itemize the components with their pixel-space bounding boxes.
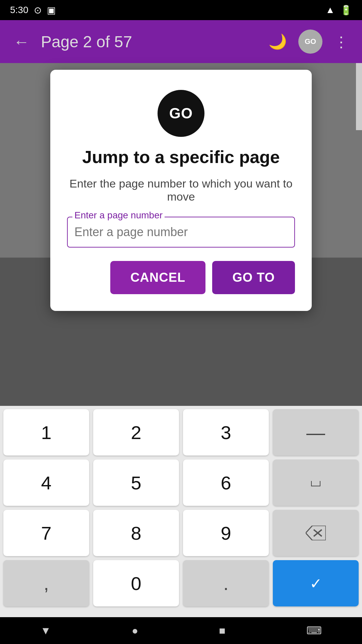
- cancel-button[interactable]: CANCEL: [110, 261, 205, 294]
- key-8[interactable]: 8: [93, 510, 179, 556]
- nav-keyboard-icon[interactable]: ⌨: [306, 624, 322, 637]
- portrait-icon: ▣: [47, 5, 56, 16]
- key-9[interactable]: 9: [183, 510, 269, 556]
- nav-recent-icon[interactable]: ■: [219, 625, 225, 637]
- signal-icon: ▲: [325, 5, 335, 15]
- keyboard-row-4: , 0 . ✓: [3, 560, 359, 606]
- status-bar-right: ▲ 🔋: [325, 5, 352, 16]
- page-title: Page 2 of 57: [41, 33, 257, 51]
- key-5[interactable]: 5: [93, 460, 179, 506]
- dialog-title: Jump to a specific page: [82, 147, 280, 167]
- keyboard: 1 2 3 — 4 5 6 ⌴ 7 8 9 , 0 . ✓: [0, 406, 362, 617]
- battery-icon: 🔋: [340, 5, 352, 16]
- jump-to-page-dialog: GO Jump to a specific page Enter the pag…: [50, 70, 312, 311]
- nav-back-icon[interactable]: ▼: [40, 625, 51, 637]
- back-button[interactable]: ←: [10, 29, 33, 54]
- dialog-buttons: CANCEL GO TO: [67, 261, 295, 294]
- key-dash[interactable]: —: [273, 409, 359, 455]
- status-time: 5:30: [10, 5, 28, 15]
- key-confirm[interactable]: ✓: [273, 560, 359, 606]
- status-bar: 5:30 ⊙ ▣ ▲ 🔋: [0, 0, 362, 20]
- key-space[interactable]: ⌴: [273, 460, 359, 506]
- key-3[interactable]: 3: [183, 409, 269, 455]
- go-badge-button[interactable]: GO: [298, 30, 322, 54]
- sim-icon: ⊙: [34, 5, 42, 16]
- keyboard-row-1: 1 2 3 —: [3, 409, 359, 455]
- key-6[interactable]: 6: [183, 460, 269, 506]
- svg-marker-0: [306, 526, 326, 540]
- key-2[interactable]: 2: [93, 409, 179, 455]
- dialog-go-icon: GO: [158, 90, 204, 137]
- key-4[interactable]: 4: [3, 460, 89, 506]
- key-comma[interactable]: ,: [3, 560, 89, 606]
- status-bar-left: 5:30 ⊙ ▣: [10, 5, 56, 16]
- more-options-icon[interactable]: ⋮: [330, 30, 352, 54]
- keyboard-row-3: 7 8 9: [3, 510, 359, 556]
- nav-home-icon[interactable]: ●: [132, 625, 138, 637]
- key-7[interactable]: 7: [3, 510, 89, 556]
- page-number-input[interactable]: [74, 222, 288, 242]
- key-backspace[interactable]: [273, 510, 359, 556]
- page-area: GO Jump to a specific page Enter the pag…: [0, 63, 362, 258]
- key-0[interactable]: 0: [93, 560, 179, 606]
- goto-button[interactable]: GO TO: [212, 261, 295, 294]
- moon-icon[interactable]: 🌙: [265, 30, 290, 54]
- dialog-subtitle: Enter the page number to which you want …: [67, 177, 295, 203]
- page-number-input-wrapper: Enter a page number: [67, 217, 295, 248]
- keyboard-row-2: 4 5 6 ⌴: [3, 460, 359, 506]
- dialog-overlay: GO Jump to a specific page Enter the pag…: [0, 63, 362, 258]
- page-number-input-label: Enter a page number: [72, 210, 165, 221]
- key-period[interactable]: .: [183, 560, 269, 606]
- nav-bar: ▼ ● ■ ⌨: [0, 617, 362, 644]
- key-1[interactable]: 1: [3, 409, 89, 455]
- toolbar: ← Page 2 of 57 🌙 GO ⋮: [0, 20, 362, 63]
